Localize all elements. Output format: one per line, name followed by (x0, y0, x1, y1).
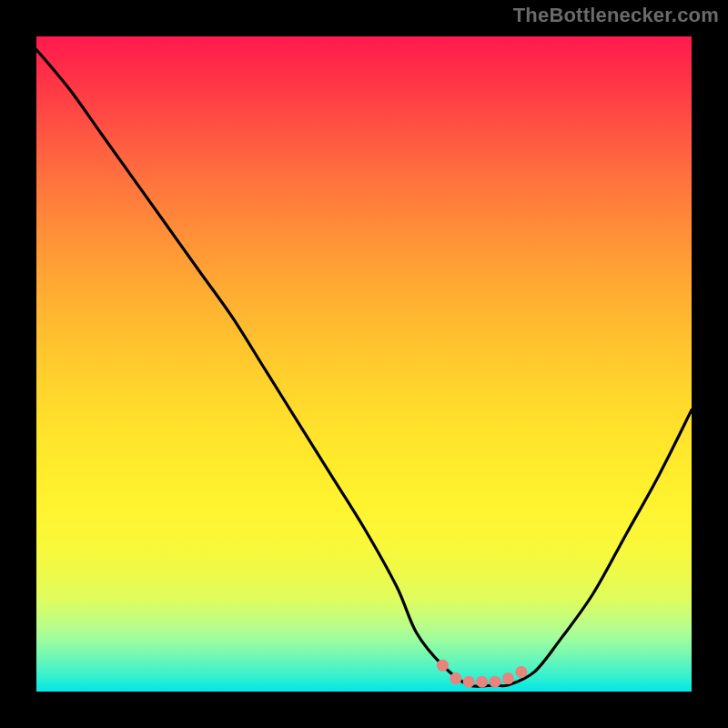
flat-region-dot (437, 660, 449, 672)
flat-region-dot (490, 676, 501, 688)
curve-svg (36, 36, 692, 692)
bottleneck-curve (36, 49, 692, 686)
attribution-label: TheBottlenecker.com (513, 4, 719, 27)
flat-region-dot (476, 676, 488, 688)
flat-region-dot (515, 666, 527, 678)
flat-region-dot (463, 676, 475, 688)
plot-area (36, 36, 692, 692)
flat-region-dot (450, 672, 461, 684)
chart-frame: TheBottlenecker.com (0, 0, 728, 728)
flat-region-dot (502, 672, 514, 684)
